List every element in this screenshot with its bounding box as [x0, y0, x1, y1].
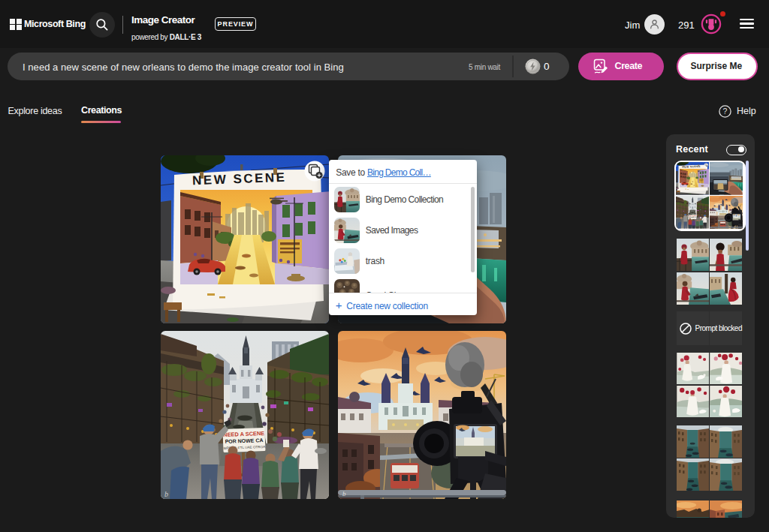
svg-text:NEED A SCENE: NEED A SCENE	[223, 430, 264, 438]
svg-text:b: b	[164, 490, 168, 498]
svg-text:b: b	[342, 490, 346, 497]
svg-text:?: ?	[723, 107, 728, 116]
